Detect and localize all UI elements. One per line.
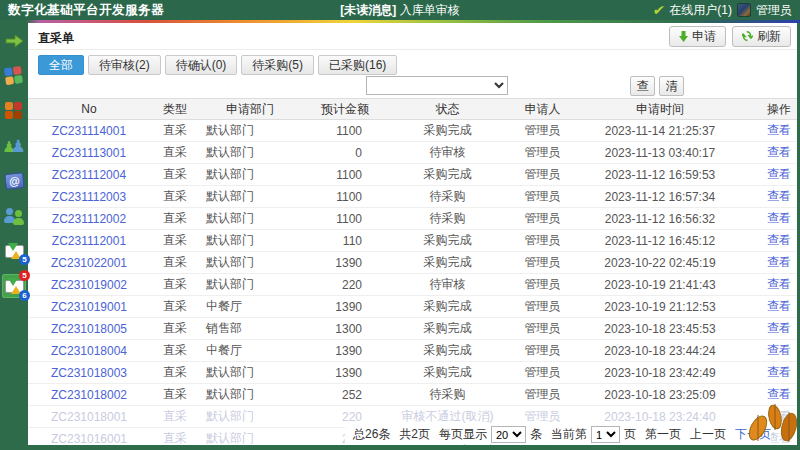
filter-select[interactable] <box>366 76 508 95</box>
next-page-link[interactable]: 下一页 <box>735 426 771 443</box>
table-row: ZC231112001直采默认部门110采购完成管理员2023-11-12 16… <box>28 230 797 252</box>
sidebar: ♟♟ @ 5 5 6 <box>0 23 28 450</box>
main-panel: 直采单 申请 刷新 全部待审核(2)待确认(0)待采购(5)已采购(16) 查 … <box>28 23 797 445</box>
order-time: 2023-11-14 21:25:37 <box>580 120 740 142</box>
order-no-link[interactable]: ZC231112004 <box>52 168 126 182</box>
view-link[interactable]: 查看 <box>767 233 791 247</box>
column-header-7: 操作 <box>740 99 797 120</box>
tab-4[interactable]: 已采购(16) <box>318 55 397 75</box>
outbox-badge-red: 5 <box>19 270 30 281</box>
order-applicant: 管理员 <box>505 252 580 274</box>
view-link[interactable]: 查看 <box>767 255 791 269</box>
order-no-link[interactable]: ZC231018004 <box>51 344 127 358</box>
column-header-0: No <box>28 99 150 120</box>
order-time: 2023-10-19 21:41:43 <box>580 274 740 296</box>
order-no-link[interactable]: ZC231018001 <box>51 410 127 424</box>
tab-3[interactable]: 待采购(5) <box>241 55 314 75</box>
page-count: 共2页 <box>399 426 430 443</box>
view-link[interactable]: 查看 <box>767 211 791 225</box>
order-no-link[interactable]: ZC231019001 <box>51 300 127 314</box>
top-bar: 数字化基础平台开发服务器 [未读消息] 入库单审核 ✔ 在线用户(1) 管理员 <box>0 0 800 20</box>
table-row: ZC231018003直采默认部门1390采购完成管理员2023-10-18 2… <box>28 362 797 384</box>
first-page-link[interactable]: 第一页 <box>645 426 681 443</box>
users-icon[interactable] <box>2 204 26 228</box>
order-no-link[interactable]: ZC231018003 <box>51 366 127 380</box>
view-link[interactable]: 查看 <box>767 343 791 357</box>
view-link[interactable]: 查看 <box>767 321 791 335</box>
clear-button[interactable]: 清 <box>659 76 684 96</box>
view-link[interactable]: 查看 <box>767 145 791 159</box>
order-time: 2023-11-12 16:56:32 <box>580 208 740 230</box>
order-no-link[interactable]: ZC231114001 <box>52 124 126 138</box>
table-row: ZC231114001直采默认部门1100采购完成管理员2023-11-14 2… <box>28 120 797 142</box>
order-no-link[interactable]: ZC231018002 <box>51 388 127 402</box>
status-tabs: 全部待审核(2)待确认(0)待采购(5)已采购(16) <box>38 55 797 75</box>
column-header-3: 预计金额 <box>300 99 390 120</box>
user-avatar[interactable] <box>737 3 751 17</box>
order-time: 2023-10-18 23:42:49 <box>580 362 740 384</box>
order-amount: 1100 <box>300 120 390 142</box>
order-no-link[interactable]: ZC231112001 <box>52 234 126 248</box>
toolbar: 直采单 申请 刷新 <box>28 23 797 50</box>
tab-1[interactable]: 待审核(2) <box>88 55 161 75</box>
current-page-select[interactable]: 1 <box>591 426 620 443</box>
table-row: ZC231022001直采默认部门1390采购完成管理员2023-10-22 0… <box>28 252 797 274</box>
tab-0[interactable]: 全部 <box>38 55 84 75</box>
outbox-mail-icon[interactable]: 5 6 <box>2 274 26 298</box>
order-no-link[interactable]: ZC231016001 <box>51 432 127 446</box>
order-time: 2023-11-13 03:40:17 <box>580 142 740 164</box>
order-applicant: 管理员 <box>505 340 580 362</box>
order-no-link[interactable]: ZC231022001 <box>51 256 127 270</box>
order-applicant: 管理员 <box>505 142 580 164</box>
unread-message-notice[interactable]: [未读消息] 入库单审核 <box>340 2 459 19</box>
refresh-button[interactable]: 刷新 <box>732 26 791 47</box>
order-status: 采购完成 <box>390 362 505 384</box>
order-applicant: 管理员 <box>505 318 580 340</box>
order-dept: 中餐厅 <box>200 296 300 318</box>
online-users-label[interactable]: 在线用户(1) <box>669 2 732 19</box>
order-applicant: 管理员 <box>505 230 580 252</box>
view-link[interactable]: 查看 <box>767 189 791 203</box>
view-link[interactable]: 查看 <box>767 409 791 423</box>
forward-arrow-icon[interactable] <box>2 29 26 53</box>
tab-2[interactable]: 待确认(0) <box>165 55 238 75</box>
order-no-link[interactable]: ZC231112003 <box>52 190 126 204</box>
order-amount: 1100 <box>300 164 390 186</box>
view-link[interactable]: 查看 <box>767 167 791 181</box>
column-header-4: 状态 <box>390 99 505 120</box>
username-label[interactable]: 管理员 <box>756 2 792 19</box>
order-no-link[interactable]: ZC231019002 <box>51 278 127 292</box>
search-button[interactable]: 查 <box>630 76 655 96</box>
chess-members-icon[interactable]: ♟♟ <box>2 134 26 158</box>
order-dept: 默认部门 <box>200 384 300 406</box>
order-no-link[interactable]: ZC231113001 <box>52 146 126 160</box>
view-link[interactable]: 查看 <box>767 387 791 401</box>
apps-grid-icon[interactable] <box>2 99 26 123</box>
order-status: 采购完成 <box>390 120 505 142</box>
per-page-select[interactable]: 20 <box>491 426 526 443</box>
table-row: ZC231113001直采默认部门0待审核管理员2023-11-13 03:40… <box>28 142 797 164</box>
unread-message-label: [未读消息] <box>340 3 396 17</box>
order-type: 直采 <box>150 142 200 164</box>
plugins-puzzle-icon[interactable] <box>2 64 26 88</box>
view-link[interactable]: 查看 <box>767 299 791 313</box>
order-status: 采购完成 <box>390 230 505 252</box>
view-link[interactable]: 查看 <box>767 123 791 137</box>
view-link[interactable]: 查看 <box>767 277 791 291</box>
inbox-mail-icon[interactable]: 5 <box>2 239 26 263</box>
column-header-5: 申请人 <box>505 99 580 120</box>
order-time: 2023-11-12 16:59:53 <box>580 164 740 186</box>
view-link[interactable]: 查看 <box>767 365 791 379</box>
order-status: 待采购 <box>390 208 505 230</box>
apply-button[interactable]: 申请 <box>669 26 726 47</box>
order-no-link[interactable]: ZC231018005 <box>51 322 127 336</box>
order-dept: 中餐厅 <box>200 340 300 362</box>
order-status: 采购完成 <box>390 164 505 186</box>
order-no-link[interactable]: ZC231112002 <box>52 212 126 226</box>
order-applicant: 管理员 <box>505 384 580 406</box>
table-row: ZC231112003直采默认部门1100待采购管理员2023-11-12 16… <box>28 186 797 208</box>
order-dept: 默认部门 <box>200 362 300 384</box>
prev-page-link[interactable]: 上一页 <box>690 426 726 443</box>
current-page-group: 当前第 1 页 <box>551 426 636 443</box>
contacts-book-icon[interactable]: @ <box>2 169 26 193</box>
